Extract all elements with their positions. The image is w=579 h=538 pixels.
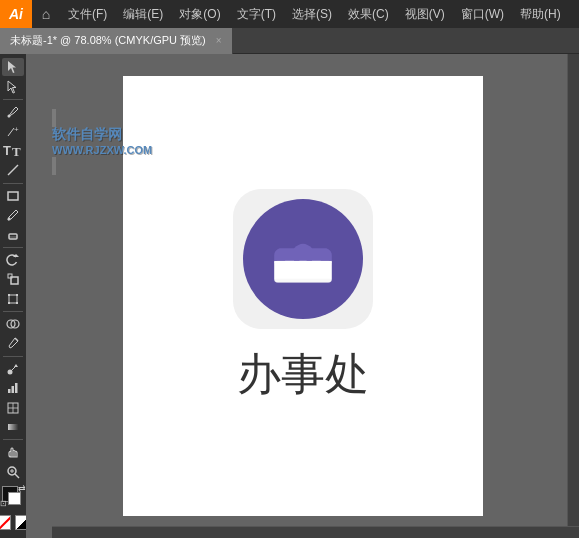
tool-separator-3 — [3, 247, 23, 248]
tool-separator-2 — [3, 183, 23, 184]
menu-window[interactable]: 窗口(W) — [453, 0, 512, 28]
svg-marker-1 — [8, 81, 16, 93]
tool-separator-1 — [3, 99, 23, 100]
paintbrush-tool[interactable] — [2, 206, 24, 224]
shape-builder-tool[interactable] — [2, 315, 24, 333]
svg-text:+: + — [14, 125, 19, 134]
menu-object[interactable]: 对象(O) — [171, 0, 228, 28]
menu-view[interactable]: 视图(V) — [397, 0, 453, 28]
svg-line-35 — [0, 516, 11, 530]
svg-rect-8 — [9, 234, 17, 239]
background-swatch[interactable] — [8, 492, 21, 505]
blend-tool[interactable] — [2, 360, 24, 378]
scale-tool[interactable] — [2, 270, 24, 288]
svg-point-2 — [8, 114, 11, 117]
icon-label: 办事处 — [237, 345, 369, 404]
none-color-swatch[interactable] — [0, 515, 11, 530]
line-tool[interactable] — [2, 161, 24, 179]
pen-tool[interactable] — [2, 103, 24, 121]
add-anchor-tool[interactable]: + — [2, 122, 24, 140]
svg-rect-30 — [8, 424, 18, 430]
ai-logo: Ai — [0, 0, 32, 28]
none-indicator-row — [0, 515, 26, 530]
artboard: 办事处 — [123, 76, 483, 516]
tab-close-button[interactable]: × — [216, 35, 222, 46]
menu-edit[interactable]: 编辑(E) — [115, 0, 171, 28]
svg-marker-0 — [8, 61, 16, 73]
direct-select-tool[interactable] — [2, 77, 24, 95]
toolbar: + T T — [0, 54, 26, 538]
free-transform-tool[interactable] — [2, 290, 24, 308]
svg-text:T: T — [12, 144, 21, 158]
menu-type[interactable]: 文字(T) — [229, 0, 284, 28]
svg-line-23 — [10, 366, 16, 372]
eraser-tool[interactable] — [2, 225, 24, 243]
gradient-indicator[interactable] — [15, 515, 26, 530]
svg-rect-26 — [15, 383, 18, 393]
menu-bar: 文件(F) 编辑(E) 对象(O) 文字(T) 选择(S) 效果(C) 视图(V… — [60, 0, 579, 28]
hand-tool[interactable] — [2, 443, 24, 461]
menu-file[interactable]: 文件(F) — [60, 0, 115, 28]
tray-icon — [267, 228, 339, 290]
svg-line-20 — [15, 338, 18, 341]
canvas-area: 软件自学网 WWW.RJZXW.COM — [26, 54, 579, 538]
svg-rect-15 — [16, 294, 18, 296]
icon-circle — [243, 199, 363, 319]
title-bar: Ai ⌂ 文件(F) 编辑(E) 对象(O) 文字(T) 选择(S) 效果(C)… — [0, 0, 579, 28]
foreground-background-swatches[interactable]: ⇄ ⊡ — [0, 482, 26, 508]
color-swatches: ⇄ ⊡ — [0, 482, 26, 538]
column-graph-tool[interactable] — [2, 379, 24, 397]
mesh-tool[interactable] — [2, 398, 24, 416]
select-tool[interactable] — [2, 58, 24, 76]
menu-help[interactable]: 帮助(H) — [512, 0, 569, 28]
zoom-tool[interactable] — [2, 463, 24, 481]
rotate-tool[interactable] — [2, 251, 24, 269]
svg-rect-13 — [9, 295, 17, 303]
reset-colors-icon[interactable]: ⊡ — [0, 499, 7, 508]
active-tab[interactable]: 未标题-1* @ 78.08% (CMYK/GPU 预览) × — [0, 28, 233, 54]
type-tool[interactable]: T T — [2, 142, 24, 160]
svg-line-5 — [8, 165, 18, 175]
svg-point-7 — [8, 218, 11, 221]
svg-rect-37 — [274, 260, 332, 263]
svg-rect-16 — [16, 302, 18, 304]
app-icon-container: 办事处 — [233, 189, 373, 404]
menu-select[interactable]: 选择(S) — [284, 0, 340, 28]
svg-rect-38 — [274, 278, 332, 282]
gradient-tool[interactable] — [2, 418, 24, 436]
rectangle-tool[interactable] — [2, 186, 24, 204]
svg-rect-25 — [12, 386, 15, 393]
eyedropper-tool[interactable] — [2, 334, 24, 352]
horizontal-scrollbar[interactable] — [52, 526, 579, 538]
svg-rect-17 — [8, 302, 10, 304]
svg-rect-6 — [8, 192, 18, 200]
svg-rect-14 — [8, 294, 10, 296]
tool-separator-5 — [3, 356, 23, 357]
tool-separator-6 — [3, 439, 23, 440]
menu-effect[interactable]: 效果(C) — [340, 0, 397, 28]
tool-separator-4 — [3, 311, 23, 312]
tab-label: 未标题-1* @ 78.08% (CMYK/GPU 预览) — [10, 33, 206, 48]
svg-rect-24 — [8, 389, 11, 393]
vertical-scrollbar[interactable] — [567, 54, 579, 526]
home-button[interactable]: ⌂ — [32, 0, 60, 28]
main-area: + T T — [0, 54, 579, 538]
tab-bar: 未标题-1* @ 78.08% (CMYK/GPU 预览) × — [0, 28, 579, 54]
svg-line-32 — [15, 474, 19, 478]
icon-background — [233, 189, 373, 329]
swap-colors-icon[interactable]: ⇄ — [18, 483, 26, 493]
